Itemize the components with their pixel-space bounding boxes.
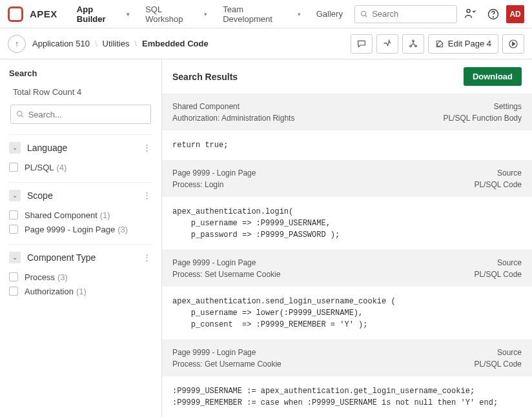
checkbox[interactable] [9,272,18,281]
facet-item-login-page[interactable]: Page 9999 - Login Page(3) [9,222,152,236]
collapse-icon: ⌄ [9,252,21,263]
facet-component-type-header[interactable]: ⌄ Component Type ⋮ [9,244,152,270]
svg-line-1 [365,15,367,17]
svg-point-5 [412,40,414,42]
sidebar: Search Total Row Count 4 ⌄ Language ⋮ PL… [0,59,162,417]
nav-team-development[interactable]: Team Development▾ [216,1,307,28]
nav-sql-workshop[interactable]: SQL Workshop▾ [139,1,214,28]
code-block: return true; [162,130,532,160]
oracle-logo [8,6,23,22]
admin-icon[interactable] [460,4,480,25]
run-button[interactable] [502,34,524,54]
facet-language-header[interactable]: ⌄ Language ⋮ [9,134,152,160]
row-count: Total Row Count 4 [0,85,161,105]
collapse-icon: ⌄ [9,190,21,201]
checkbox[interactable] [9,210,18,219]
global-search-input[interactable] [372,9,451,19]
chevron-down-icon: ▾ [204,11,207,17]
subbar: ↑ Application 510 \ Utilities \ Embedded… [0,28,532,59]
facet-item-authorization[interactable]: Authorization(1) [9,284,152,298]
code-block: apex_authentication.login( p_username =>… [162,197,532,250]
result-card: Page 9999 - Login PageProcess: Get Usern… [162,340,532,417]
facet-menu-icon[interactable]: ⋮ [141,252,152,263]
search-icon [360,10,368,19]
topbar: APEX App Builder▾ SQL Workshop▾ Team Dev… [0,0,532,28]
sidebar-title: Search [0,68,161,85]
breadcrumb-utilities[interactable]: Utilities [103,39,130,48]
up-button[interactable]: ↑ [8,35,26,53]
results-panel: Search Results Download Shared Component… [162,59,532,417]
edit-page-button[interactable]: Edit Page 4 [428,34,498,54]
share-button[interactable] [402,34,424,54]
bugs-button[interactable] [376,34,398,54]
search-icon [16,110,25,119]
facet-item-process[interactable]: Process(3) [9,270,152,284]
nav-gallery[interactable]: Gallery [310,5,349,23]
result-card: Shared ComponentAuthorization: Administr… [162,94,532,161]
facet-search-input[interactable] [28,110,145,119]
result-card: Page 9999 - Login PageProcess: Login Sou… [162,161,532,250]
global-search[interactable] [354,5,457,23]
checkbox[interactable] [9,163,18,172]
svg-point-0 [361,11,365,15]
download-button[interactable]: Download [464,67,522,86]
svg-line-10 [21,116,23,117]
nav-app-builder[interactable]: App Builder▾ [70,1,136,28]
checkbox[interactable] [9,225,18,234]
user-avatar[interactable]: AD [506,5,524,23]
chevron-down-icon: ▾ [298,11,301,17]
comments-button[interactable] [351,34,373,54]
svg-point-2 [467,9,470,12]
help-icon[interactable] [483,4,504,25]
edit-icon [435,39,444,48]
facet-menu-icon[interactable]: ⋮ [141,190,152,201]
result-card: Page 9999 - Login PageProcess: Set Usern… [162,250,532,340]
facet-search[interactable] [10,105,151,124]
results-title: Search Results [172,72,238,82]
facet-menu-icon[interactable]: ⋮ [141,142,152,154]
breadcrumb-app[interactable]: Application 510 [32,39,90,48]
svg-point-9 [17,111,22,116]
code-block: :P9999_USERNAME := apex_authentication.g… [162,376,532,417]
facet-item-plsql[interactable]: PL/SQL(4) [9,160,152,174]
brand-text: APEX [30,8,57,19]
breadcrumb-current: Embedded Code [142,39,209,48]
collapse-icon: ⌄ [9,142,21,154]
code-block: apex_authentication.send_login_username_… [162,287,532,340]
facet-scope-header[interactable]: ⌄ Scope ⋮ [9,182,152,208]
chevron-down-icon: ▾ [127,11,130,17]
facet-item-shared-component[interactable]: Shared Component(1) [9,208,152,222]
svg-point-4 [493,16,494,17]
checkbox[interactable] [9,287,18,296]
